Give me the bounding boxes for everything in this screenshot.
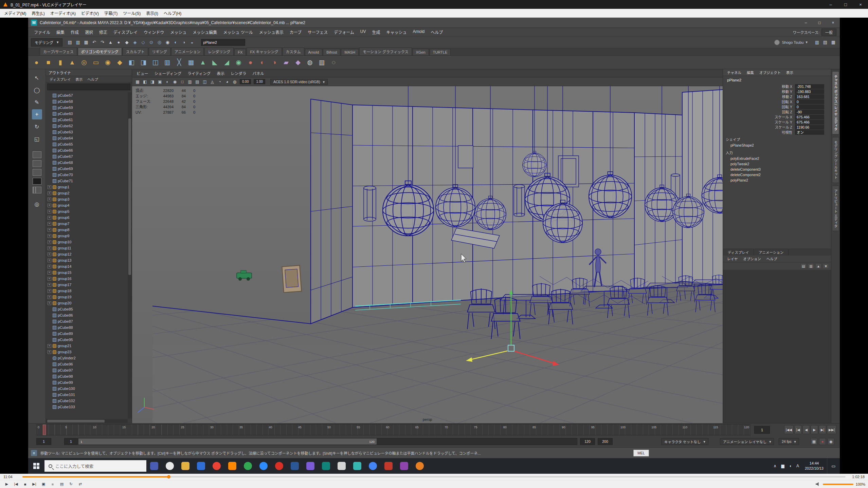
taskbar-app-icon[interactable] [178,458,193,474]
taskbar-app-icon[interactable] [224,458,240,474]
taskbar-app-icon[interactable] [412,458,428,474]
outliner-item[interactable]: pCube65 [46,141,128,147]
outliner-item[interactable]: pCube98 [46,373,128,379]
smooth-icon[interactable]: ◉ [233,57,244,68]
connect-icon[interactable]: ▦ [185,57,197,68]
vlc-menu-item[interactable]: 字幕(T) [102,9,120,17]
minimize-button[interactable]: – [799,18,813,27]
outliner-item[interactable]: group12 [46,251,128,257]
layout-outliner-persp-button[interactable] [33,187,41,193]
ipr-render-icon[interactable]: ◑ [180,39,188,46]
shelf-tab[interactable]: FX [234,49,246,55]
shelf-tab[interactable]: Arnold [305,49,323,55]
poly-torus-icon[interactable]: ◎ [78,57,90,68]
redo-icon[interactable]: ↷ [99,39,106,46]
select-hierarchy-icon[interactable]: ▲ [107,39,114,46]
boolean-difference-icon[interactable]: ◨ [138,57,149,68]
expand-toggle-icon[interactable] [48,210,51,213]
shelf-tab[interactable]: リギング [149,48,170,55]
outliner-item[interactable]: group17 [46,282,128,288]
step-forward-frame-button[interactable]: ▶| [819,425,826,434]
layer-menu-item[interactable]: オプション [740,256,764,261]
move-layer-up-icon[interactable]: ▲ [815,263,821,269]
viewport-menu-item[interactable]: ライティング [184,71,214,76]
input-node[interactable]: deleteComponent2 [723,172,831,177]
go-to-end-button[interactable]: ▶▶| [827,425,836,434]
maya-menu-item[interactable]: メッシュ表示 [256,28,287,36]
random-button[interactable]: ⇄ [76,481,84,488]
taskbar-app-icon[interactable] [146,458,162,474]
outliner-item[interactable]: pCube89 [46,331,128,337]
paint-select-tool[interactable]: ✎ [32,97,42,107]
animation-start-field[interactable]: 1 [36,438,51,445]
layer-list-area[interactable] [723,270,831,423]
animation-preferences-icon[interactable]: ◉ [828,438,834,445]
attribute-value-field[interactable]: 0 [795,105,824,109]
taskbar-app-icon[interactable] [396,458,412,474]
sidebar-vertical-tab[interactable]: アトリビュート エディタ [832,186,839,231]
workspace-selector[interactable]: ワークスペース: 一般 [793,29,836,36]
outliner-item[interactable]: group5 [46,208,128,214]
attribute-value-field[interactable]: -201.748 [795,84,824,89]
shaded-icon[interactable]: ◨ [149,79,156,85]
fullscreen-button[interactable]: ▣ [39,481,48,488]
layout-four-pane-button[interactable] [33,178,41,185]
outliner-item[interactable]: pCube59 [46,105,128,111]
outliner-item[interactable]: group6 [46,214,128,221]
outliner-item[interactable]: group20 [46,300,128,306]
maya-menu-item[interactable]: サーフェス [305,28,331,36]
expand-toggle-icon[interactable] [48,259,51,262]
outliner-item[interactable]: group10 [46,239,128,245]
extrude-icon[interactable]: ▲ [197,57,209,68]
vlc-video-area[interactable]: M CafeInterior_04.mb* - Autodesk MAYA 20… [0,18,868,474]
play-forwards-button[interactable]: ▶ [811,425,818,434]
loop-button[interactable]: ↻ [67,481,75,488]
shelf-tab[interactable]: モーション グラフィックス [359,48,412,55]
outliner-item[interactable]: group3 [46,196,128,202]
colorspace-selector[interactable]: ACES 1.0 SDR-video (sRGB) ▾ [270,79,328,85]
exposure-field[interactable]: 0.00 [240,79,251,84]
expand-toggle-icon[interactable] [48,191,51,195]
range-slider-track[interactable]: 1 120 [78,438,577,445]
isolate-select-icon[interactable]: ◫ [201,79,208,85]
expand-toggle-icon[interactable] [48,344,51,348]
expand-toggle-icon[interactable] [48,240,51,244]
render-view-icon[interactable]: ◐ [172,39,180,46]
viewport-menu-item[interactable]: シェーディング [151,71,185,76]
stop-button[interactable]: ■ [21,481,29,488]
volume-slider[interactable] [823,484,853,485]
expand-toggle-icon[interactable] [48,289,51,293]
outliner-item[interactable]: pCube102 [46,398,128,404]
attribute-value-field[interactable]: オン [795,130,824,135]
outliner-item[interactable]: pCube85 [46,306,128,312]
expand-toggle-icon[interactable] [48,295,51,299]
outliner-item[interactable]: group4 [46,202,128,208]
viewport-menu-item[interactable]: レンダラ [228,71,249,76]
render-settings-icon[interactable]: ◒ [188,39,196,46]
target-weld-icon[interactable]: ◍ [304,57,315,68]
current-frame-marker[interactable] [43,425,46,435]
character-set-selector[interactable]: キャラクタ セットなし▾ [661,438,708,445]
outliner-item[interactable]: pCube99 [46,379,128,386]
input-node[interactable]: polyPlane2 [723,177,831,183]
shelf-tab[interactable]: TURTLE [430,49,451,55]
shelf-tab[interactable]: XGen [413,49,429,55]
layer-menu-item[interactable]: ヘルプ [764,256,780,261]
outliner-item[interactable]: pCube60 [46,111,128,117]
xray-icon[interactable]: ◬ [209,79,216,85]
make-live-icon[interactable]: ◉ [164,39,171,46]
vlc-menu-item[interactable]: メディア(M) [1,9,29,17]
grid-icon[interactable]: ▦ [134,79,141,85]
taskbar-app-icon[interactable] [349,458,365,474]
channel-box-menu-item[interactable]: オブジェクト [757,70,783,75]
expand-toggle-icon[interactable] [48,265,51,268]
scale-tool[interactable]: ◱ [32,134,42,144]
taskbar-app-icon[interactable] [287,458,303,474]
outliner-item[interactable]: group23 [46,349,128,355]
vlc-menu-item[interactable]: 再生(L) [29,9,48,17]
outliner-item[interactable]: pCube70 [46,172,128,178]
textured-icon[interactable]: ▣ [157,79,163,85]
step-back-frame-button[interactable]: |◀ [794,425,802,434]
poly-plane-icon[interactable]: ▭ [90,57,102,68]
outliner-item[interactable]: pCube86 [46,312,128,318]
